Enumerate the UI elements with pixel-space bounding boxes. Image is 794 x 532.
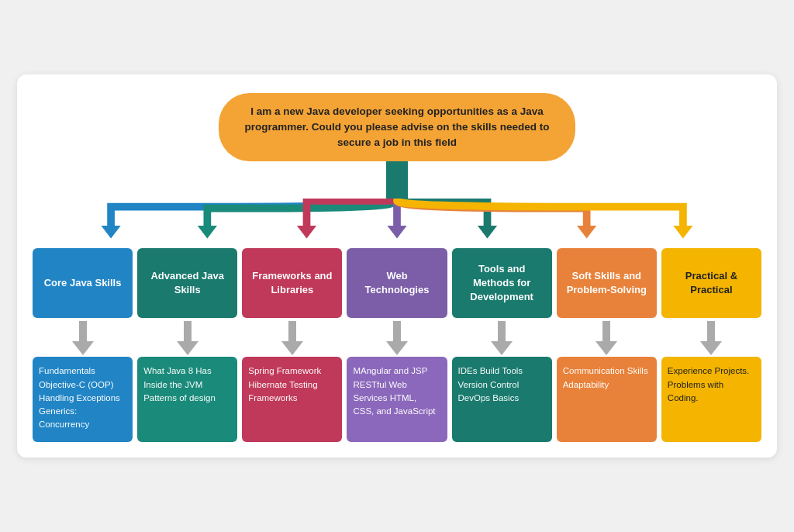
detail-tools-text: IDEs Build ToolsVersion ControlDevOps Ba… bbox=[458, 364, 546, 405]
detail-practical-text: Experience Projects.Problems with Coding… bbox=[668, 364, 755, 405]
svg-marker-3 bbox=[387, 226, 406, 239]
detail-core-java: FundamentalsObjective-C (OOP)Handling Ex… bbox=[33, 357, 133, 442]
curved-arrows-area bbox=[36, 199, 758, 248]
category-soft-skills: Soft Skills and Problem-Solving bbox=[557, 248, 657, 318]
detail-soft-skills: Communication Skills Adaptability bbox=[557, 357, 657, 442]
svg-marker-12 bbox=[281, 341, 303, 355]
svg-rect-17 bbox=[602, 321, 610, 344]
svg-marker-14 bbox=[386, 341, 408, 355]
category-web-tech-label: Web Technologies bbox=[353, 269, 440, 297]
prompt-bubble: I am a new Java developer seeking opport… bbox=[219, 93, 575, 162]
detail-web-tech: MAngular and JSPRESTful Web Services HTM… bbox=[347, 357, 447, 442]
category-practical-label: Practical & Practical bbox=[668, 269, 755, 297]
down-arrows-row bbox=[33, 321, 761, 355]
svg-marker-8 bbox=[72, 341, 94, 355]
category-tools-label: Tools and Methods for Development bbox=[458, 262, 546, 305]
curved-arrows-svg bbox=[36, 199, 758, 248]
detail-practical: Experience Projects.Problems with Coding… bbox=[661, 357, 761, 442]
category-advanced-java: Advanced Java Skills bbox=[137, 248, 237, 318]
detail-frameworks-text: Spring FrameworkHibernate TestingFramewo… bbox=[248, 364, 336, 405]
category-tools: Tools and Methods for Development bbox=[452, 248, 552, 318]
detail-web-tech-text: MAngular and JSPRESTful Web Services HTM… bbox=[353, 364, 440, 418]
detail-core-java-text: FundamentalsObjective-C (OOP)Handling Ex… bbox=[39, 364, 126, 431]
detail-frameworks: Spring FrameworkHibernate TestingFramewo… bbox=[242, 357, 342, 442]
categories-row: Core Java Skills Advanced Java Skills Fr… bbox=[33, 248, 761, 318]
svg-marker-10 bbox=[177, 341, 198, 355]
category-core-java: Core Java Skills bbox=[33, 248, 133, 318]
down-arrow-2 bbox=[137, 321, 237, 355]
detail-soft-skills-text: Communication Skills Adaptability bbox=[563, 364, 651, 392]
stem-line bbox=[386, 161, 408, 199]
category-practical: Practical & Practical bbox=[661, 248, 761, 318]
svg-rect-19 bbox=[707, 321, 715, 344]
category-frameworks: Frameworks and Libraries bbox=[242, 248, 342, 318]
svg-marker-20 bbox=[700, 341, 722, 355]
category-core-java-label: Core Java Skills bbox=[44, 276, 122, 290]
svg-marker-2 bbox=[297, 226, 316, 239]
down-arrow-3 bbox=[242, 321, 342, 355]
down-arrow-5 bbox=[452, 321, 552, 355]
detail-advanced-java: What Java 8 Has Inside the JVMPatterns o… bbox=[137, 357, 237, 442]
category-soft-skills-label: Soft Skills and Problem-Solving bbox=[563, 269, 651, 297]
svg-marker-4 bbox=[478, 226, 497, 239]
svg-marker-16 bbox=[491, 341, 513, 355]
category-web-tech: Web Technologies bbox=[347, 248, 447, 318]
svg-marker-1 bbox=[198, 226, 217, 239]
svg-marker-6 bbox=[673, 226, 692, 239]
svg-rect-9 bbox=[184, 321, 192, 344]
down-arrow-7 bbox=[661, 321, 761, 355]
down-arrow-6 bbox=[557, 321, 657, 355]
prompt-text: I am a new Java developer seeking opport… bbox=[244, 105, 549, 149]
svg-rect-11 bbox=[288, 321, 296, 344]
svg-rect-15 bbox=[498, 321, 506, 344]
down-arrow-4 bbox=[347, 321, 447, 355]
details-row: FundamentalsObjective-C (OOP)Handling Ex… bbox=[33, 357, 761, 442]
detail-advanced-java-text: What Java 8 Has Inside the JVMPatterns o… bbox=[143, 364, 231, 405]
category-advanced-java-label: Advanced Java Skills bbox=[143, 269, 231, 297]
svg-marker-5 bbox=[577, 226, 596, 239]
svg-rect-7 bbox=[79, 321, 87, 344]
detail-tools: IDEs Build ToolsVersion ControlDevOps Ba… bbox=[452, 357, 552, 442]
category-frameworks-label: Frameworks and Libraries bbox=[248, 269, 336, 297]
svg-marker-18 bbox=[596, 341, 617, 355]
diagram-container: I am a new Java developer seeking opport… bbox=[17, 74, 777, 458]
svg-rect-13 bbox=[393, 321, 401, 344]
top-connector bbox=[33, 161, 761, 199]
down-arrow-1 bbox=[33, 321, 133, 355]
svg-marker-0 bbox=[101, 226, 120, 239]
